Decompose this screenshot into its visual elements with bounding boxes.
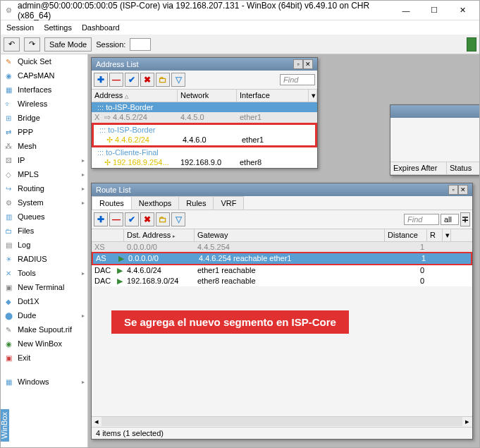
net-cell: 4.4.5.0 (178, 112, 237, 123)
route-gateway: ether1 reachable (195, 265, 385, 276)
col-dst[interactable]: Dst. Address (127, 231, 171, 239)
route-arrow-icon: ▶ (114, 265, 124, 276)
sidebar-item-interfaces[interactable]: ▦Interfaces (1, 83, 87, 97)
new-terminal-icon: ▣ (4, 282, 13, 292)
sidebar-item-mpls[interactable]: ◇MPLS▸ (1, 167, 87, 181)
route-disable-button[interactable]: ✖ (140, 212, 154, 226)
sidebar-item-mesh[interactable]: ⁂Mesh (1, 139, 87, 153)
sidebar-label: Wireless (18, 99, 47, 108)
sidebar-item-make-supout-rif[interactable]: ✎Make Supout.rif (1, 322, 87, 337)
col-address[interactable]: Address (94, 91, 123, 99)
submenu-arrow-icon: ▸ (82, 186, 85, 192)
minimize-button[interactable]: — (392, 1, 420, 20)
route-row[interactable]: AS▶0.0.0.0/04.4.6.254 reachable ether11 (92, 252, 472, 265)
route-all-dropdown-arrow[interactable]: ∓ (460, 212, 470, 226)
route-row[interactable]: XS0.0.0.0/04.4.5.2541 (92, 242, 472, 252)
close-button[interactable]: ✕ (448, 1, 476, 20)
addr-find-input[interactable]: Find (280, 74, 315, 85)
col-interface[interactable]: Interface (237, 90, 309, 102)
route-remove-button[interactable]: — (109, 212, 123, 226)
sidebar-item-log[interactable]: ▤Log (1, 238, 87, 252)
sidebar-label: Files (18, 226, 34, 235)
sidebar-label: Routing (18, 184, 44, 193)
addr-minimize-button[interactable]: ▫ (293, 59, 303, 69)
winbox-vertical-label: WinBox (0, 409, 9, 442)
section-to-isp-border-1[interactable]: ::: to-ISP-Border (92, 102, 317, 112)
tab-nexthops[interactable]: Nexthops (131, 196, 179, 210)
sidebar-label: Make Supout.rif (18, 325, 72, 334)
forward-button[interactable]: ↷ (24, 37, 40, 52)
menu-dashboard[interactable]: Dashboard (82, 23, 120, 32)
tab-vrf[interactable]: VRF (213, 196, 244, 210)
menu-settings[interactable]: Settings (44, 23, 72, 32)
col-r[interactable]: R (427, 229, 443, 241)
col-network[interactable]: Network (178, 90, 237, 102)
sidebar-label: Exit (18, 353, 30, 362)
section-to-cliente-final[interactable]: ::: to-Cliente-Final (92, 147, 317, 157)
sidebar-item-tools[interactable]: ✕Tools▸ (1, 266, 87, 280)
route-flag: DAC (92, 265, 114, 276)
route-col-dropdown[interactable]: ▾ (443, 229, 451, 241)
safe-mode-button[interactable]: Safe Mode (44, 37, 92, 52)
addr-row-disabled[interactable]: X ⇨ 4.4.5.2/24 4.4.5.0 ether1 (92, 112, 317, 123)
route-comment-button[interactable]: 🗀 (156, 212, 170, 226)
route-close-button[interactable]: ✕ (458, 185, 468, 195)
sidebar-item-queues[interactable]: ▥Queues (1, 210, 87, 224)
comment-button[interactable]: 🗀 (156, 73, 170, 87)
disable-button[interactable]: ✖ (140, 73, 154, 87)
route-flag: DAC (92, 276, 114, 286)
section-to-isp-border-2[interactable]: ::: to-ISP-Border (94, 125, 315, 135)
submenu-arrow-icon: ▸ (82, 313, 85, 319)
addr-close-button[interactable]: ✕ (303, 59, 313, 69)
add-button[interactable]: ✚ (94, 73, 108, 87)
sidebar-item-ip[interactable]: ⚄IP▸ (1, 153, 87, 167)
sidebar-item-routing[interactable]: ↪Routing▸ (1, 181, 87, 195)
sidebar-item-new-winbox[interactable]: ◉New WinBox (1, 337, 87, 351)
scroll-right-button[interactable]: ▸ (462, 417, 472, 426)
sidebar-item-dot1x[interactable]: ◆Dot1X (1, 294, 87, 308)
sidebar-item-wireless[interactable]: ᯤWireless (1, 97, 87, 111)
menu-session[interactable]: Session (6, 23, 34, 32)
sidebar-item-capsman[interactable]: ◉CAPsMAN (1, 68, 87, 83)
sidebar-label: IP (18, 156, 25, 164)
col-distance[interactable]: Distance (385, 229, 427, 241)
sidebar-item-ppp[interactable]: ⇄PPP (1, 125, 87, 139)
col-status[interactable]: Status (447, 162, 480, 174)
tab-routes[interactable]: Routes (92, 196, 132, 210)
sidebar-item-system[interactable]: ⚙System▸ (1, 195, 87, 210)
col-expires[interactable]: Expires After (390, 162, 447, 174)
route-minimize-button[interactable]: ▫ (448, 185, 458, 195)
sidebar-item-files[interactable]: 🗀Files (1, 224, 87, 238)
route-all-dropdown[interactable]: all (441, 214, 459, 225)
session-input[interactable] (130, 38, 151, 51)
sidebar-item-exit[interactable]: ▣Exit (1, 351, 87, 365)
route-add-button[interactable]: ✚ (94, 212, 108, 226)
col-gateway[interactable]: Gateway (195, 229, 385, 241)
back-button[interactable]: ↶ (4, 37, 20, 52)
route-enable-button[interactable]: ✔ (125, 212, 139, 226)
sidebar-item-radius[interactable]: ☀RADIUS (1, 252, 87, 266)
addr-row-highlighted[interactable]: ✢ 4.4.6.2/24 4.4.6.0 ether1 (94, 135, 315, 145)
remove-button[interactable]: — (109, 73, 123, 87)
route-filter-button[interactable]: ▽ (171, 212, 185, 226)
route-row[interactable]: DAC▶4.4.6.0/24ether1 reachable0 (92, 265, 472, 276)
route-find-input[interactable]: Find (404, 214, 439, 225)
capsman-icon: ◉ (4, 71, 13, 80)
wireless-icon: ᯤ (4, 99, 13, 109)
addr-row-3[interactable]: ✢ 192.168.9.254... 192.168.9.0 ether8 (92, 157, 317, 168)
sidebar-item-windows[interactable]: ▦Windows▸ (1, 375, 87, 389)
route-row[interactable]: DAC▶192.168.9.0/24ether8 reachable0 (92, 276, 472, 286)
filter-button[interactable]: ▽ (171, 73, 185, 87)
tab-rules[interactable]: Rules (178, 196, 214, 210)
sidebar-item-quick-set[interactable]: ✎Quick Set (1, 54, 87, 68)
sidebar-item-new-terminal[interactable]: ▣New Terminal (1, 280, 87, 294)
enable-button[interactable]: ✔ (125, 73, 139, 87)
sidebar-item-bridge[interactable]: ⊞Bridge (1, 111, 87, 125)
sidebar-label: New Terminal (18, 283, 64, 291)
addr-col-dropdown[interactable]: ▾ (309, 90, 317, 102)
maximize-button[interactable]: ☐ (420, 1, 448, 20)
horizontal-scrollbar[interactable] (101, 417, 462, 426)
sidebar-label: Mesh (18, 142, 37, 150)
scroll-left-button[interactable]: ◂ (92, 417, 101, 426)
sidebar-item-dude[interactable]: ⬤Dude▸ (1, 308, 87, 322)
